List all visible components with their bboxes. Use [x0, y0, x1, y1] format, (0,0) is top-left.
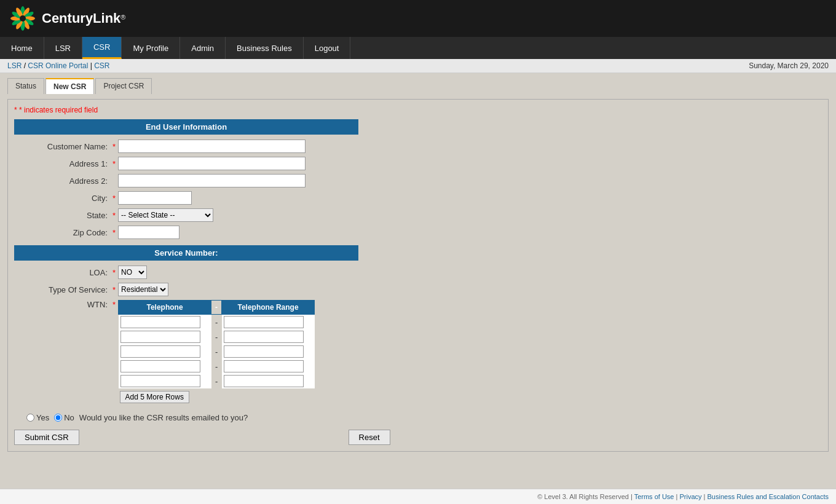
customer-name-row: Customer Name: * — [14, 140, 822, 153]
nav-my-profile[interactable]: My Profile — [122, 37, 180, 59]
address2-row: Address 2: * — [14, 174, 822, 187]
wtn-dash-4: - — [211, 359, 222, 374]
wtn-telephone-2[interactable] — [120, 331, 200, 343]
state-label: State: — [14, 211, 112, 220]
zipcode-label: Zip Code: — [14, 228, 112, 237]
city-label: City: — [14, 194, 112, 203]
wtn-range-4[interactable] — [224, 360, 304, 372]
tabs-bar: Status New CSR Project CSR — [0, 73, 836, 94]
email-yes-radio[interactable] — [26, 414, 34, 422]
breadcrumb-csr-online-portal[interactable]: CSR Online Portal — [28, 61, 88, 70]
address2-label: Address 2: — [14, 176, 112, 186]
nav-business-rules[interactable]: Business Rules — [226, 37, 304, 59]
wtn-row-3: - — [119, 344, 315, 359]
svg-point-12 — [20, 15, 26, 22]
wtn-range-header: Telephone Range — [222, 301, 315, 315]
form-container: * * indicates required field End User In… — [7, 99, 829, 452]
type-of-service-label: Type Of Service: — [14, 285, 112, 294]
logo-area: CenturyLink® — [10, 6, 125, 31]
address1-row: Address 1: * — [14, 157, 822, 170]
wtn-dash-3: - — [211, 344, 222, 359]
main-content: * * indicates required field End User In… — [0, 94, 836, 459]
type-of-service-select[interactable]: Residential Business — [118, 283, 168, 296]
wtn-label-row: WTN: * Telephone - Telephone Range — [14, 300, 822, 406]
wtn-telephone-header: Telephone — [119, 301, 211, 315]
breadcrumb-lsr[interactable]: LSR — [7, 61, 22, 70]
state-select[interactable]: -- Select State --ALAKAZARCACOCTDEFLGAHI… — [118, 208, 213, 222]
wtn-row-1: - — [119, 315, 315, 330]
reset-button[interactable]: Reset — [349, 430, 390, 445]
wtn-dash-header: - — [211, 301, 222, 315]
address2-input[interactable] — [118, 174, 306, 187]
required-note: * * indicates required field — [14, 106, 822, 114]
customer-name-required: * — [112, 142, 116, 151]
loa-select[interactable]: NO YES — [118, 266, 147, 279]
nav-csr[interactable]: CSR — [82, 37, 122, 59]
wtn-row-2: - — [119, 329, 315, 344]
zipcode-row: Zip Code: * — [14, 226, 822, 239]
loa-required: * — [112, 268, 116, 277]
tab-project-csr[interactable]: Project CSR — [95, 78, 152, 94]
nav-home[interactable]: Home — [0, 37, 44, 59]
tab-new-csr[interactable]: New CSR — [45, 78, 94, 94]
form-buttons: Submit CSR Reset — [14, 430, 822, 445]
wtn-range-1[interactable] — [224, 316, 304, 328]
submit-csr-button[interactable]: Submit CSR — [14, 430, 79, 445]
wtn-row-4: - — [119, 359, 315, 374]
city-required: * — [112, 194, 116, 203]
header: CenturyLink® — [0, 0, 836, 37]
nav-logout[interactable]: Logout — [304, 37, 351, 59]
logo-text: CenturyLink® — [42, 10, 125, 26]
wtn-telephone-4[interactable] — [120, 360, 200, 372]
customer-name-input[interactable] — [118, 140, 306, 153]
address1-label: Address 1: — [14, 159, 112, 168]
wtn-dash-2: - — [211, 329, 222, 344]
wtn-dash-1: - — [211, 315, 222, 330]
type-of-service-required: * — [112, 285, 116, 294]
wtn-range-5[interactable] — [224, 375, 304, 387]
wtn-table: Telephone - Telephone Range - — [118, 300, 315, 406]
state-row: State: * -- Select State --ALAKAZARCACOC… — [14, 208, 822, 222]
wtn-telephone-5[interactable] — [120, 375, 200, 387]
date-display: Sunday, March 29, 2020 — [749, 61, 829, 70]
email-no-label: No — [64, 413, 74, 422]
service-number-section-header: Service Number: — [14, 245, 358, 261]
main-nav: Home LSR CSR My Profile Admin Business R… — [0, 37, 836, 59]
zipcode-input[interactable] — [118, 226, 179, 239]
wtn-range-3[interactable] — [224, 345, 304, 358]
wtn-label: WTN: — [14, 300, 112, 309]
customer-name-label: Customer Name: — [14, 142, 112, 151]
email-yes-option: Yes — [26, 413, 49, 422]
address1-input[interactable] — [118, 157, 306, 170]
email-no-radio[interactable] — [54, 414, 62, 422]
wtn-telephone-3[interactable] — [120, 345, 200, 358]
add-rows-button[interactable]: Add 5 More Rows — [120, 391, 189, 403]
city-input[interactable] — [118, 191, 192, 205]
add-rows-row: Add 5 More Rows — [119, 388, 315, 406]
breadcrumb-csr[interactable]: CSR — [94, 61, 109, 70]
email-question: Yes No Would you like the CSR results em… — [26, 413, 822, 422]
wtn-required: * — [112, 300, 116, 309]
wtn-dash-5: - — [211, 374, 222, 388]
city-row: City: * — [14, 191, 822, 205]
end-user-section-header: End User Information — [14, 119, 358, 135]
email-no-option: No — [54, 413, 74, 422]
tab-status[interactable]: Status — [7, 78, 44, 94]
address1-required: * — [112, 159, 116, 168]
wtn-section: WTN: * Telephone - Telephone Range — [14, 300, 822, 406]
loa-label: LOA: — [14, 268, 112, 277]
nav-lsr[interactable]: LSR — [44, 37, 82, 59]
breadcrumb: LSR / CSR Online Portal | CSR Sunday, Ma… — [0, 59, 836, 73]
loa-row: LOA: * NO YES — [14, 266, 822, 279]
wtn-table-wrap: Telephone - Telephone Range - — [118, 300, 315, 406]
email-yes-label: Yes — [36, 413, 49, 422]
wtn-row-5: - — [119, 374, 315, 388]
zipcode-required: * — [112, 228, 116, 237]
centurylink-logo-icon — [10, 6, 36, 31]
state-required: * — [112, 211, 116, 220]
wtn-telephone-1[interactable] — [120, 316, 200, 328]
type-of-service-row: Type Of Service: * Residential Business — [14, 283, 822, 296]
nav-admin[interactable]: Admin — [180, 37, 226, 59]
wtn-range-2[interactable] — [224, 331, 304, 343]
email-question-text: Would you like the CSR results emailed t… — [79, 413, 248, 422]
